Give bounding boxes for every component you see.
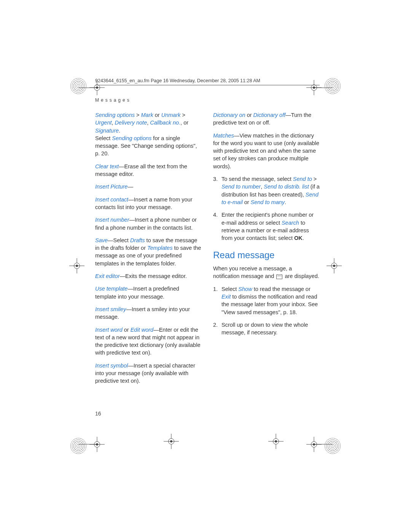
left-column: Sending options > Mark or Unmark > Urgen…	[95, 111, 202, 390]
list-item: 1.Select Show to read the message or Exi…	[213, 285, 320, 316]
para: Use template—Insert a predefined templat…	[95, 285, 202, 300]
reg-mark-icon	[325, 438, 341, 454]
list-item: 2.Scroll up or down to view the whole me…	[213, 321, 320, 337]
para: Insert smiley—Insert a smiley into your …	[95, 305, 202, 321]
list-item: 4.Enter the recipient's phone number or …	[213, 211, 320, 242]
crop-mark-icon	[306, 437, 322, 452]
para: Insert contact—Insert a name from your c…	[95, 196, 202, 211]
right-column: Dictionary on or Dictionary off—Turn the…	[213, 111, 320, 390]
reg-mark-icon	[70, 438, 86, 454]
para: Exit editor—Exits the message editor.	[95, 272, 202, 280]
heading-read-message: Read message	[213, 249, 320, 262]
para: Clear text—Erase all the text from the m…	[95, 163, 202, 178]
crop-line	[78, 444, 97, 444]
section-label: Messages	[95, 97, 320, 103]
reg-mark-icon	[70, 78, 86, 94]
para: Insert Picture—	[95, 183, 202, 190]
crop-mark-icon	[69, 258, 84, 273]
para: When you receive a message, a notificati…	[213, 265, 320, 280]
para: Dictionary on or Dictionary off—Turn the…	[213, 111, 320, 127]
divider	[95, 85, 320, 85]
page-number: 16	[95, 411, 101, 417]
para: Insert symbol—Insert a special character…	[95, 362, 202, 385]
crop-mark-icon	[89, 437, 105, 452]
para: Sending options > Mark or Unmark > Urgen…	[95, 111, 202, 158]
crop-mark-icon	[327, 258, 342, 273]
doc-header: 9243644_6155_en_au.fm Page 16 Wednesday,…	[95, 78, 320, 83]
para: Insert number—Insert a phone number or f…	[95, 216, 202, 232]
para: Insert word or Edit word—Enter or edit t…	[95, 326, 202, 357]
para: Matches—View matches in the dictionary f…	[213, 132, 320, 170]
crop-mark-icon	[164, 434, 179, 449]
para: Save—Select Drafts to save the message i…	[95, 236, 202, 267]
crop-mark-icon	[268, 434, 284, 449]
crop-line	[314, 444, 333, 444]
reg-mark-icon	[325, 78, 341, 94]
list-item: 3.To send the message, select Send to > …	[213, 175, 320, 206]
crop-line	[78, 88, 97, 88]
envelope-icon	[276, 275, 282, 279]
